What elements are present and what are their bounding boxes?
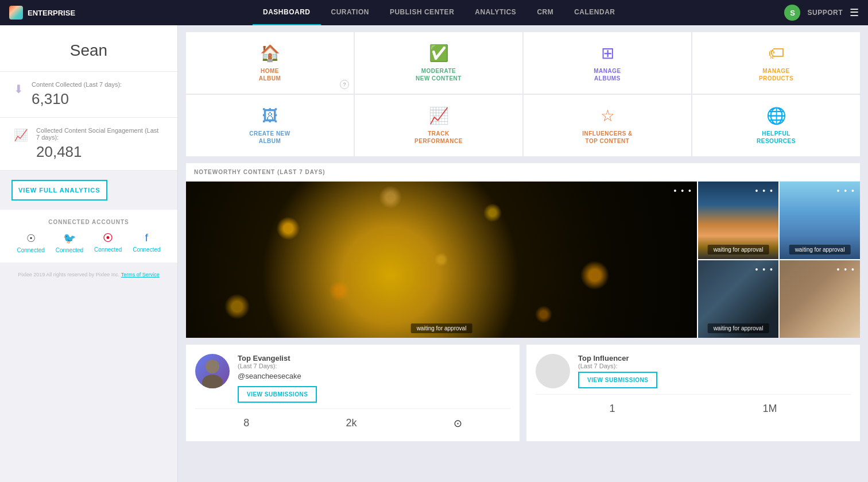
evangelist-period: (Last 7 Days): [238, 363, 317, 369]
photo-city[interactable]: • • • waiting for approval [698, 182, 778, 259]
nav-links: DASHBOARD CURATION PUBLISH CENTER ANALYT… [94, 0, 784, 25]
home-label: HOMEALBUM [259, 67, 281, 82]
photo-woman1[interactable]: • • • waiting for approval [698, 260, 778, 338]
photo-woman1-dots[interactable]: • • • [755, 265, 774, 274]
photo-city-approval: waiting for approval [708, 245, 769, 255]
quick-card-influencers[interactable]: ☆ INFLUENCERS &TOP CONTENT [524, 95, 691, 156]
twitter-account[interactable]: 🐦 Connected [56, 232, 83, 253]
analytics-button[interactable]: VIEW FULL ANALYTICS [11, 180, 107, 200]
create-icon: 🖼 [262, 106, 278, 125]
quick-card-helpful[interactable]: 🌐 HELPFULRESOURCES [692, 95, 860, 156]
quick-card-manage-albums[interactable]: ⊞ MANAGEALBUMS [524, 32, 691, 94]
engagement-stat-card: 📈 Collected Content Social Engagement (L… [0, 118, 177, 171]
app-name: ENTERPRISE [28, 9, 75, 17]
evangelist-handle: @seancheesecake [238, 372, 317, 380]
quick-card-home[interactable]: 🏠 HOMEALBUM ? [186, 32, 354, 94]
tos-link[interactable]: Terms of Service [121, 272, 160, 277]
home-icon: 🏠 [260, 44, 280, 63]
moderate-icon: ✅ [429, 44, 449, 63]
quick-card-moderate[interactable]: ✅ MODERATENEW CONTENT [355, 32, 522, 94]
photo-woman2[interactable]: • • • [780, 260, 860, 338]
helpful-label: HELPFULRESOURCES [757, 130, 796, 145]
influencer-avatar [536, 354, 570, 388]
quick-card-manage-products[interactable]: 🏷 MANAGEPRODUCTS [692, 32, 860, 94]
quick-grid: 🏠 HOMEALBUM ? ✅ MODERATENEW CONTENT ⊞ MA… [186, 32, 860, 156]
twitter-icon: 🐦 [56, 232, 83, 245]
nav-analytics[interactable]: ANALYTICS [464, 0, 526, 25]
nav-publish-center[interactable]: PUBLISH CENTER [379, 0, 464, 25]
influencer-stat-2: 1M [762, 403, 777, 415]
photo-main[interactable]: • • • waiting for approval [186, 182, 697, 338]
quick-card-track[interactable]: 📈 TRACKPERFORMANCE [355, 95, 522, 156]
facebook-account[interactable]: f Connected [133, 232, 160, 253]
noteworthy-section: NOTEWORTHY CONTENT (LAST 7 DAYS) • • • w… [186, 163, 860, 338]
evangelist-stat-likes: 2k [346, 417, 356, 430]
photo-main-dots[interactable]: • • • [674, 186, 692, 195]
connected-accounts: ☉ Connected 🐦 Connected ⦿ Connected f Co… [11, 232, 166, 253]
engagement-label: Collected Content Social Engagement (Las… [36, 127, 164, 141]
photo-woman1-approval: waiting for approval [708, 323, 769, 333]
photo-man-approval: waiting for approval [789, 245, 851, 255]
connected-section: CONNECTED ACCOUNTS ☉ Connected 🐦 Connect… [0, 210, 177, 263]
track-label: TRACKPERFORMANCE [414, 130, 463, 145]
hamburger-icon[interactable]: ☰ [850, 6, 859, 19]
main-content: 🏠 HOMEALBUM ? ✅ MODERATENEW CONTENT ⊞ MA… [178, 25, 868, 482]
main-layout: Sean ⬇ Content Collected (Last 7 days): … [0, 25, 868, 482]
sidebar: Sean ⬇ Content Collected (Last 7 days): … [0, 25, 178, 482]
influencers-label: INFLUENCERS &TOP CONTENT [582, 130, 633, 145]
quick-card-create[interactable]: 🖼 CREATE NEWALBUM [186, 95, 354, 156]
influencers-icon: ☆ [600, 106, 615, 125]
instagram-label: Connected [17, 247, 44, 253]
evangelist-avatar [195, 354, 230, 388]
track-icon: 📈 [429, 106, 449, 125]
profile-name: Sean [11, 41, 166, 60]
nav-dashboard[interactable]: DASHBOARD [253, 0, 321, 25]
evangelist-card: Top Evangelist (Last 7 Days): @seanchees… [186, 345, 520, 441]
collected-value: 6,310 [32, 90, 122, 108]
twitter-label: Connected [56, 247, 83, 253]
engagement-value: 20,481 [36, 143, 164, 161]
nav-right: S SUPPORT ☰ [784, 5, 859, 21]
pinterest-account[interactable]: ⦿ Connected [94, 232, 122, 253]
photo-main-approval: waiting for approval [411, 323, 472, 333]
footer: Pixlee 2019 All rights reserved by Pixle… [0, 263, 177, 277]
connected-title: CONNECTED ACCOUNTS [11, 219, 166, 225]
help-badge: ? [340, 80, 349, 89]
evangelist-stat-platform: ⊙ [454, 417, 462, 430]
support-avatar[interactable]: S [784, 5, 800, 21]
engagement-icon: 📈 [14, 128, 28, 142]
manage-products-label: MANAGEPRODUCTS [759, 67, 793, 82]
influencer-period: (Last 7 Days): [578, 363, 657, 369]
moderate-label: MODERATENEW CONTENT [416, 67, 462, 82]
influencer-stat-1: 1 [609, 403, 615, 415]
logo-icon [9, 6, 23, 20]
manage-products-icon: 🏷 [768, 44, 784, 63]
photo-city-dots[interactable]: • • • [755, 186, 774, 195]
pinterest-label: Connected [94, 246, 122, 253]
bottom-row: Top Evangelist (Last 7 Days): @seanchees… [186, 345, 860, 441]
influencer-card: Top Influencer (Last 7 Days): VIEW SUBMI… [526, 345, 860, 441]
facebook-icon: f [133, 232, 160, 244]
evangelist-view-btn[interactable]: VIEW SUBMISSIONS [238, 386, 317, 403]
topnav: ENTERPRISE DASHBOARD CURATION PUBLISH CE… [0, 0, 868, 25]
instagram-account[interactable]: ☉ Connected [17, 232, 44, 253]
photo-man[interactable]: • • • waiting for approval [780, 182, 860, 259]
noteworthy-title: NOTEWORTHY CONTENT (LAST 7 DAYS) [186, 163, 860, 182]
collected-label: Content Collected (Last 7 days): [32, 81, 122, 88]
photo-man-dots[interactable]: • • • [837, 186, 855, 195]
pinterest-icon: ⦿ [94, 232, 122, 244]
helpful-icon: 🌐 [766, 106, 786, 125]
influencer-title: Top Influencer [578, 354, 657, 363]
photo-woman2-dots[interactable]: • • • [837, 265, 855, 274]
influencer-view-btn[interactable]: VIEW SUBMISSIONS [578, 372, 657, 388]
svg-point-1 [202, 375, 223, 388]
instagram-icon: ☉ [17, 232, 44, 245]
app-logo[interactable]: ENTERPRISE [9, 6, 75, 20]
collected-icon: ⬇ [14, 82, 24, 96]
photo-grid: • • • waiting for approval • • • waiting… [186, 182, 860, 338]
support-label: SUPPORT [807, 9, 843, 17]
nav-curation[interactable]: CURATION [321, 0, 379, 25]
nav-calendar[interactable]: CALENDAR [564, 0, 625, 25]
nav-crm[interactable]: CRM [526, 0, 564, 25]
svg-point-0 [206, 360, 219, 373]
